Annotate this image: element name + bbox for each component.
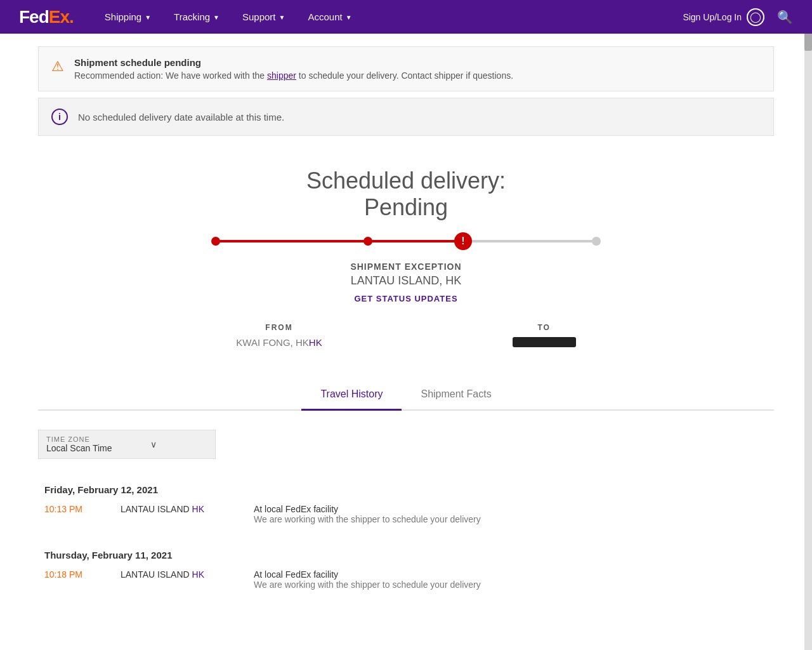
support-chevron-icon: ▼	[279, 14, 285, 21]
history-entry-2: 10:18 PM LANTAU ISLAND HK At local FedEx…	[44, 569, 768, 602]
travel-history: Friday, February 12, 2021 10:13 PM LANTA…	[38, 484, 774, 602]
entry-desc-sub-2: We are working with the shipper to sched…	[254, 580, 481, 590]
search-icon[interactable]: 🔍	[777, 10, 793, 25]
tracking-chevron-icon: ▼	[213, 14, 219, 21]
date-header-1: Friday, February 12, 2021	[44, 484, 768, 495]
info-icon: i	[51, 109, 68, 125]
date-header-2: Thursday, February 11, 2021	[44, 550, 768, 560]
location-name-2: LANTAU ISLAND	[121, 569, 190, 580]
main-content: ⚠ Shipment schedule pending Recommended …	[25, 46, 787, 640]
entry-location-1: LANTAU ISLAND HK	[121, 504, 235, 524]
from-to-section: FROM KWAI FONG, HKHK TO	[38, 323, 774, 348]
timezone-value: Local Scan Time	[46, 443, 112, 453]
alert-text: Shipment schedule pending Recommended ac…	[74, 57, 513, 81]
to-column: TO	[513, 323, 576, 348]
tab-shipment-facts[interactable]: Shipment Facts	[402, 380, 510, 411]
progress-dot-2	[363, 237, 372, 246]
timezone-chevron-icon: ∨	[150, 439, 157, 449]
account-chevron-icon: ▼	[346, 14, 352, 21]
entry-time-1: 10:13 PM	[44, 504, 102, 524]
get-status-link[interactable]: GET STATUS UPDATES	[354, 294, 457, 303]
delivery-title: Scheduled delivery:	[38, 168, 774, 194]
nav-item-shipping[interactable]: Shipping ▼	[93, 0, 162, 34]
entry-desc-sub-1: We are working with the shipper to sched…	[254, 514, 481, 524]
alert-body: Recommended action: We have worked with …	[74, 70, 513, 81]
alert-title: Shipment schedule pending	[74, 57, 513, 68]
nav-item-tracking[interactable]: Tracking ▼	[162, 0, 231, 34]
progress-filled	[216, 240, 463, 242]
user-icon: ◯	[747, 8, 764, 26]
shipping-chevron-icon: ▼	[145, 14, 151, 21]
shipment-location: LANTAU ISLAND, HK	[38, 274, 774, 288]
progress-bar: !	[38, 240, 774, 242]
sign-in-label: Sign Up/Log In	[683, 12, 742, 22]
entry-desc-1: At local FedEx facility We are working w…	[254, 504, 481, 524]
warning-icon: ⚠	[51, 58, 64, 75]
tabs: Travel History Shipment Facts	[38, 380, 774, 411]
location-country-1: HK	[190, 504, 204, 514]
progress-dot-4	[592, 237, 601, 246]
shipper-link[interactable]: shipper	[267, 70, 296, 81]
sign-in-button[interactable]: Sign Up/Log In ◯	[683, 8, 764, 26]
info-banner: i No scheduled delivery date available a…	[38, 98, 774, 136]
fedex-logo: FedEx.	[19, 7, 74, 27]
entry-time-2: 10:18 PM	[44, 569, 102, 590]
entry-location-2: LANTAU ISLAND HK	[121, 569, 235, 590]
entry-desc-main-2: At local FedEx facility	[254, 569, 481, 580]
nav-support-label: Support	[242, 11, 276, 22]
from-location-country: HK	[309, 337, 322, 348]
progress-dot-1	[211, 237, 220, 246]
logo-dot: .	[69, 7, 74, 27]
exception-label: SHIPMENT EXCEPTION	[38, 262, 774, 272]
location-name-1: LANTAU ISLAND	[121, 504, 190, 514]
from-location-name: KWAI FONG, HK	[236, 337, 308, 348]
logo-fed-text: Fed	[19, 7, 49, 27]
header-right: Sign Up/Log In ◯ 🔍	[683, 8, 793, 26]
main-nav: Shipping ▼ Tracking ▼ Support ▼ Account …	[93, 0, 683, 34]
progress-dot-exception: !	[454, 232, 472, 250]
from-column: FROM KWAI FONG, HKHK	[236, 323, 322, 348]
history-entry-1: 10:13 PM LANTAU ISLAND HK At local FedEx…	[44, 504, 768, 537]
delivery-section: Scheduled delivery: Pending ! SHIPMENT E…	[38, 149, 774, 380]
timezone-label: TIME ZONE	[46, 435, 112, 443]
nav-item-support[interactable]: Support ▼	[231, 0, 296, 34]
info-text: No scheduled delivery date available at …	[78, 112, 284, 123]
to-label: TO	[513, 323, 576, 332]
from-location: KWAI FONG, HKHK	[236, 337, 322, 348]
progress-track: !	[216, 240, 596, 242]
timezone-dropdown[interactable]: TIME ZONE Local Scan Time ∨	[38, 430, 216, 459]
to-location-redacted	[513, 337, 576, 347]
logo-ex-text: Ex	[49, 7, 69, 27]
tab-travel-history[interactable]: Travel History	[301, 380, 402, 411]
alert-banner: ⚠ Shipment schedule pending Recommended …	[38, 46, 774, 91]
location-country-2: HK	[190, 569, 204, 580]
entry-desc-2: At local FedEx facility We are working w…	[254, 569, 481, 590]
nav-shipping-label: Shipping	[105, 11, 141, 22]
header: FedEx. Shipping ▼ Tracking ▼ Support ▼ A…	[0, 0, 812, 34]
nav-tracking-label: Tracking	[174, 11, 210, 22]
entry-desc-main-1: At local FedEx facility	[254, 504, 481, 514]
nav-account-label: Account	[308, 11, 342, 22]
delivery-status: Pending	[38, 194, 774, 221]
shipment-info: SHIPMENT EXCEPTION LANTAU ISLAND, HK GET…	[38, 262, 774, 304]
scrollbar[interactable]	[804, 0, 812, 640]
nav-item-account[interactable]: Account ▼	[296, 0, 363, 34]
from-label: FROM	[236, 323, 322, 332]
